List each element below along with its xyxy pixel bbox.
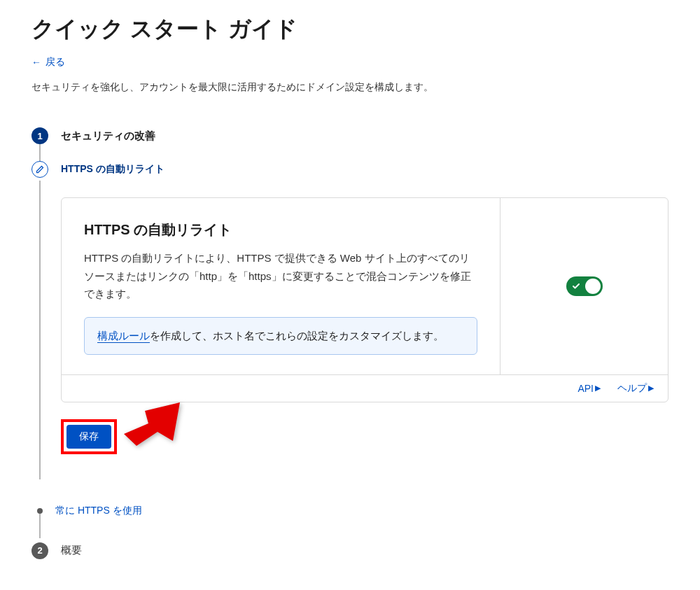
pencil-icon xyxy=(31,161,48,178)
save-highlight-box: 保存 xyxy=(61,419,117,454)
caret-right-icon: ▶ xyxy=(595,384,601,393)
step-1-header: 1 セキュリティの改善 xyxy=(31,127,668,144)
substep-always-https[interactable]: 常に HTTPS を使用 xyxy=(31,505,668,517)
step-2-header: 2 概要 xyxy=(31,542,668,559)
info-text: を作成して、ホスト名でこれらの設定をカスタマイズします。 xyxy=(150,330,444,342)
svg-marker-0 xyxy=(124,402,180,446)
check-icon xyxy=(572,282,580,290)
toggle-knob xyxy=(585,279,601,294)
substep-https-rewrite[interactable]: HTTPS の自動リライト xyxy=(31,144,668,178)
back-label: 戻る xyxy=(46,56,65,69)
arrow-left-icon: ← xyxy=(31,57,41,68)
api-label: API xyxy=(578,383,594,394)
config-rules-link[interactable]: 構成ルール xyxy=(97,330,150,343)
https-rewrite-card: HTTPS の自動リライト HTTPS の自動リライトにより、HTTPS で提供… xyxy=(61,197,668,402)
dot-icon xyxy=(37,508,43,514)
step-1-badge: 1 xyxy=(31,127,48,144)
caret-right-icon: ▶ xyxy=(648,384,654,393)
help-link[interactable]: ヘルプ ▶ xyxy=(617,382,654,395)
save-button[interactable]: 保存 xyxy=(66,425,111,449)
step-1-title: セキュリティの改善 xyxy=(61,129,155,143)
step-2-badge: 2 xyxy=(31,542,48,559)
back-link[interactable]: ← 戻る xyxy=(31,56,65,69)
always-https-link[interactable]: 常に HTTPS を使用 xyxy=(55,505,142,517)
step-2-title: 概要 xyxy=(61,544,82,557)
card-title: HTTPS の自動リライト xyxy=(84,220,477,239)
https-rewrite-toggle[interactable] xyxy=(566,276,603,296)
api-link[interactable]: API ▶ xyxy=(578,382,601,395)
page-subtitle: セキュリティを強化し、アカウントを最大限に活用するためにドメイン設定を構成します… xyxy=(31,81,668,94)
info-box: 構成ルールを作成して、ホスト名でこれらの設定をカスタマイズします。 xyxy=(84,317,477,355)
card-description: HTTPS の自動リライトにより、HTTPS で提供できる Web サイト上のす… xyxy=(84,249,477,303)
help-label: ヘルプ xyxy=(617,382,647,395)
substep-label: HTTPS の自動リライト xyxy=(61,163,164,176)
red-arrow-annotation xyxy=(124,402,180,454)
page-title: クイック スタート ガイド xyxy=(31,14,668,45)
